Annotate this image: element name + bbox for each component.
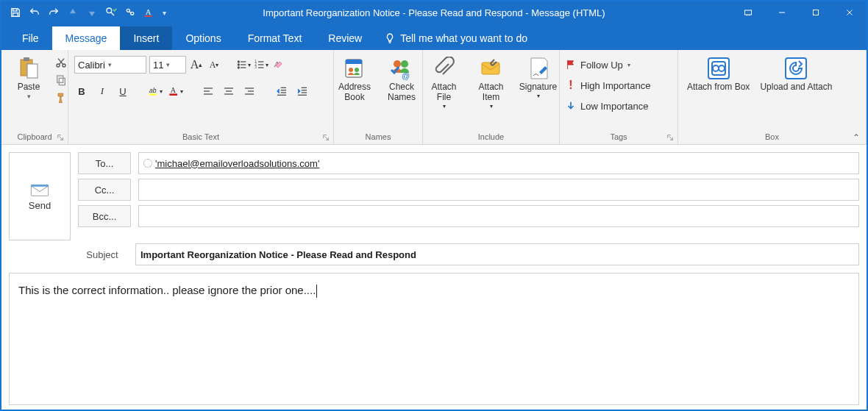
svg-point-58 [401, 60, 408, 68]
tab-format-text[interactable]: Format Text [235, 26, 316, 50]
upload-and-attach-button[interactable]: Upload and Attach [757, 54, 835, 106]
signature-icon [527, 56, 550, 81]
spellcheck-icon[interactable] [103, 4, 119, 21]
paperclip-icon [433, 56, 456, 81]
box-upload-icon [784, 56, 808, 81]
undo-icon[interactable] [26, 4, 43, 21]
tell-me-search[interactable]: Tell me what you want to do [375, 26, 536, 50]
qat-customize-icon[interactable]: ▾ [160, 5, 168, 20]
tab-file[interactable]: File [9, 26, 52, 50]
group-box: Attach from Box Upload and Attach Box ⌃ [678, 50, 867, 144]
message-header: Send To... 'michael@emailoverloadsolutio… [1, 145, 867, 265]
bcc-button[interactable]: Bcc... [78, 205, 131, 227]
close-button[interactable] [833, 1, 867, 24]
align-left-icon[interactable] [201, 84, 216, 99]
bcc-field[interactable] [138, 205, 859, 227]
body-text: This is the correct information.. please… [18, 284, 316, 296]
format-painter-icon[interactable] [54, 91, 68, 104]
group-label-names: Names [366, 132, 391, 141]
svg-rect-0 [13, 9, 17, 11]
presence-icon [143, 159, 152, 168]
cc-button[interactable]: Cc... [78, 179, 131, 201]
copy-icon[interactable] [54, 74, 68, 87]
tab-options[interactable]: Options [172, 26, 234, 50]
address-book-button[interactable]: Address Book [333, 54, 376, 106]
clipboard-dialog-launcher[interactable] [56, 134, 65, 143]
numbering-icon[interactable]: 123▾ [254, 57, 268, 72]
redo-icon[interactable] [46, 4, 62, 21]
send-label: Send [29, 200, 51, 211]
clear-formatting-icon[interactable]: A [271, 57, 286, 72]
group-clipboard: Paste▾ Clipboard [1, 50, 68, 144]
check-names-button[interactable]: @ Check Names [380, 54, 423, 106]
low-importance-button[interactable]: Low Importance [566, 97, 649, 115]
maximize-button[interactable] [799, 1, 833, 24]
decrease-indent-icon[interactable] [274, 84, 289, 99]
send-icon [29, 182, 50, 197]
attach-item-icon [480, 56, 503, 81]
collapse-ribbon-icon[interactable]: ⌃ [853, 132, 860, 143]
bold-button[interactable]: B [74, 84, 89, 99]
svg-rect-7 [745, 10, 752, 15]
cc-field[interactable] [138, 179, 859, 201]
font-name-combo[interactable]: Calibri▾ [74, 56, 146, 74]
follow-up-button[interactable]: Follow Up▾ [566, 56, 630, 74]
align-center-icon[interactable] [221, 84, 236, 99]
lightbulb-icon [384, 32, 396, 44]
attach-file-button[interactable]: AttachFile▾ [423, 54, 466, 111]
svg-text:ab: ab [149, 87, 157, 94]
shrink-font-icon[interactable]: A▾ [207, 57, 221, 72]
quick-access-toolbar: A ▾ [1, 4, 168, 21]
subject-label: Subject [77, 243, 128, 265]
highlight-icon[interactable]: ab▾ [148, 84, 163, 99]
italic-button[interactable]: I [95, 84, 110, 99]
svg-text:@: @ [402, 71, 410, 80]
increase-indent-icon[interactable] [295, 84, 310, 99]
tab-message[interactable]: Message [52, 26, 121, 50]
to-field[interactable]: 'michael@emailoverloadsolutions.com' [138, 152, 859, 174]
save-icon[interactable] [7, 4, 24, 21]
svg-rect-18 [57, 76, 63, 82]
next-item-icon [84, 4, 100, 21]
group-tags: Follow Up▾ ! High Importance Low Importa… [560, 50, 678, 144]
box-attach-icon [707, 56, 730, 81]
svg-rect-33 [149, 93, 157, 96]
minimize-button[interactable] [765, 1, 799, 24]
tab-review[interactable]: Review [315, 26, 375, 50]
group-label-basic-text: Basic Text [182, 132, 219, 141]
high-importance-button[interactable]: ! High Importance [566, 76, 650, 94]
group-label-clipboard: Clipboard [17, 132, 51, 141]
grow-font-icon[interactable]: A▴ [189, 57, 204, 72]
svg-rect-9 [814, 10, 819, 15]
bullets-icon[interactable]: ▾ [236, 57, 251, 72]
font-color-icon[interactable]: A▾ [168, 84, 183, 99]
signature-button[interactable]: Signature▾ [517, 54, 560, 106]
send-button[interactable]: Send [9, 152, 71, 240]
low-importance-icon [566, 101, 576, 111]
svg-point-19 [238, 61, 239, 62]
tags-dialog-launcher[interactable] [666, 134, 675, 143]
font-color-qat-icon[interactable]: A [141, 4, 157, 21]
svg-text:A: A [146, 8, 152, 16]
high-importance-icon: ! [566, 79, 576, 92]
to-button[interactable]: To... [78, 152, 131, 174]
ribbon-display-options-icon[interactable] [731, 1, 765, 24]
underline-button[interactable]: U [115, 84, 130, 99]
svg-rect-35 [169, 93, 177, 96]
attach-dropdown-icon[interactable] [122, 4, 138, 21]
align-right-icon[interactable] [242, 84, 257, 99]
attach-from-box-button[interactable]: Attach from Box [684, 54, 753, 106]
paste-icon [17, 56, 40, 81]
svg-rect-65 [786, 58, 806, 79]
tab-insert[interactable]: Insert [120, 26, 172, 50]
message-body[interactable]: This is the correct information.. please… [9, 273, 859, 405]
svg-rect-67 [31, 185, 48, 187]
svg-point-21 [238, 64, 239, 65]
svg-text:A: A [171, 86, 177, 94]
basic-text-dialog-launcher[interactable] [321, 134, 330, 143]
cut-icon[interactable] [54, 56, 68, 69]
font-size-combo[interactable]: 11▾ [149, 56, 186, 74]
paste-button[interactable]: Paste▾ [7, 54, 50, 106]
subject-field[interactable]: Important Reorganization Notice - Please… [135, 243, 859, 265]
attach-item-button[interactable]: AttachItem▾ [470, 54, 513, 111]
